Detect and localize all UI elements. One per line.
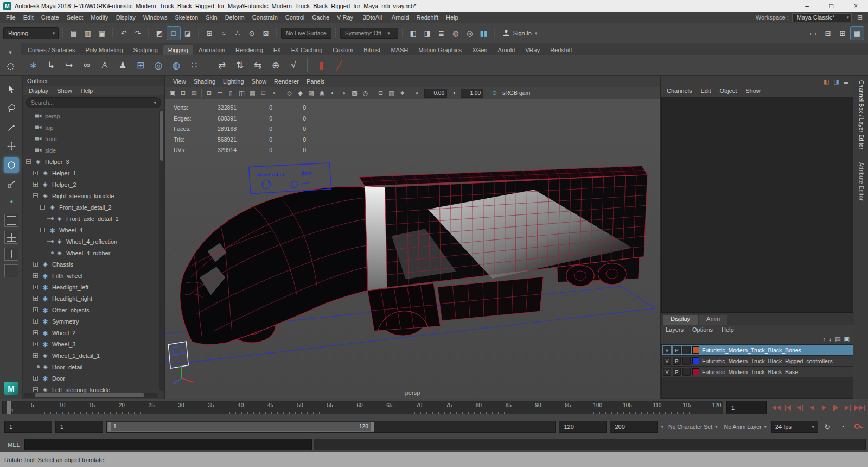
select-tool[interactable] — [4, 81, 19, 97]
layer-row[interactable]: VPFuturistic_Modern_Truck_Black_Bones — [662, 345, 853, 356]
layout-outliner-persp[interactable] — [4, 264, 18, 277]
snap-curve-icon[interactable]: ≈ — [217, 27, 230, 40]
layer-playback-toggle[interactable]: P — [673, 346, 681, 354]
go-to-end-button[interactable] — [854, 402, 865, 414]
layer-editor-tab-display[interactable]: Display — [663, 315, 698, 325]
menu-arnold[interactable]: Arnold — [388, 12, 413, 23]
menu-control[interactable]: Control — [282, 12, 308, 23]
collapse-expander-icon[interactable]: − — [40, 228, 45, 232]
shadows-icon[interactable]: ◐ — [328, 88, 338, 98]
outliner-item-front-axle-detail-2[interactable]: −◈Front_axle_detail_2 — [25, 201, 164, 213]
collapse-expander-icon[interactable]: − — [33, 193, 38, 198]
menu-skin[interactable]: Skin — [202, 12, 221, 23]
shelf-tab-fx[interactable]: FX — [269, 45, 286, 55]
layer-color-swatch[interactable] — [692, 368, 699, 375]
ik-spline-tool-icon[interactable]: ↪ — [61, 57, 77, 73]
shelf-settings-gear-icon[interactable] — [7, 63, 14, 70]
exposure-field[interactable]: 0.00 — [424, 89, 447, 98]
scale-tool[interactable] — [4, 176, 19, 192]
live-surface-field[interactable]: No Live Surface — [281, 28, 331, 39]
shelf-menu-icon[interactable]: ▾ — [9, 49, 12, 56]
rotate-tool[interactable] — [4, 157, 19, 173]
hypershade-icon[interactable]: ◍ — [449, 27, 462, 40]
field-chart-icon[interactable]: ▦ — [247, 88, 258, 98]
command-input[interactable] — [24, 439, 312, 450]
joint-tool-icon[interactable]: ∗ — [25, 57, 41, 73]
fps-selector[interactable]: 24 fps ▾ — [771, 421, 818, 433]
set-driven-key-icon[interactable]: ⇄ — [214, 57, 230, 73]
viewport-menu-shading[interactable]: Shading — [190, 78, 219, 85]
door-control-label[interactable]: door — [301, 170, 312, 176]
menu-display[interactable]: Display — [112, 12, 139, 23]
xray-icon[interactable]: ▥ — [386, 88, 397, 98]
layer-color-swatch[interactable] — [692, 346, 699, 354]
outliner-menu-display[interactable]: Display — [25, 87, 52, 94]
channel-manip-icon[interactable]: ◧ — [824, 78, 829, 85]
playback-range-bar[interactable]: 1 120 — [107, 422, 374, 432]
step-back-key-button[interactable] — [795, 402, 805, 414]
open-scene-icon[interactable]: ▥ — [81, 27, 94, 40]
anim-layer-selector[interactable]: No Anim Layer ▾ — [723, 424, 768, 430]
select-component-icon[interactable]: ◪ — [181, 27, 194, 40]
expand-expander-icon[interactable]: + — [33, 296, 38, 301]
outliner-item-headlight-left[interactable]: +∗Headlight_left — [25, 281, 164, 293]
shelf-tab-rigging[interactable]: Rigging — [163, 45, 193, 55]
muscle-builder-icon[interactable]: ▮ — [313, 57, 329, 73]
layer-color-swatch[interactable] — [692, 357, 699, 364]
cluster-icon[interactable]: ∷ — [186, 57, 202, 73]
outliner-item-wheel-4-rubber[interactable]: ◈Wheel_4_rubber — [25, 247, 164, 258]
go-to-start-button[interactable] — [771, 402, 781, 414]
new-scene-icon[interactable]: ▤ — [67, 27, 80, 40]
wireframe-icon[interactable]: ◇ — [284, 88, 295, 98]
snap-time-icon[interactable]: ◔ — [837, 421, 848, 433]
channel-hyperbolic-icon[interactable]: ≣ — [844, 78, 848, 85]
shelf-tab-animation[interactable]: Animation — [194, 45, 230, 55]
outliner-search-input[interactable] — [31, 99, 154, 106]
outliner-horizontal-scrollbar[interactable] — [24, 393, 158, 398]
shelf-tab-motion-graphics[interactable]: Motion Graphics — [413, 45, 467, 55]
scrollbar-thumb[interactable] — [35, 393, 145, 397]
outliner-item-chassis[interactable]: +◈Chassis — [25, 258, 164, 270]
layer-row[interactable]: VPFuturistic_Modern_Truck_Black_Rigged_c… — [662, 356, 853, 367]
soft-mod-icon[interactable]: ◍ — [168, 57, 184, 73]
expand-expander-icon[interactable]: + — [33, 285, 38, 289]
shelf-tab-custom[interactable]: Custom — [328, 45, 358, 55]
wheel-rotate-control-label[interactable]: wheel rotate — [256, 172, 285, 178]
auto-keyframe-icon[interactable] — [852, 421, 864, 433]
playback-end-field[interactable]: 120 — [559, 421, 607, 433]
shelf-tab-fx-caching[interactable]: FX Caching — [286, 45, 327, 55]
ipr-render-icon[interactable]: ◨ — [421, 27, 434, 40]
layer-display-type-toggle[interactable] — [682, 357, 691, 365]
current-frame-field[interactable]: 1 — [726, 401, 767, 414]
paint-select-tool[interactable] — [4, 119, 19, 135]
menu-edit[interactable]: Edit — [20, 12, 37, 23]
snap-grid-icon[interactable]: ⊞ — [203, 27, 216, 40]
ao-icon[interactable]: ◑ — [339, 88, 349, 98]
modeling-toolkit-icon[interactable]: ▦ — [851, 27, 864, 40]
outliner-item-top[interactable]: top — [25, 122, 164, 133]
connect-joint-icon[interactable]: ∞ — [79, 57, 95, 73]
gamma-field[interactable]: 1.00 — [461, 89, 483, 98]
expand-expander-icon[interactable]: + — [33, 342, 38, 346]
new-layer-from-selected-icon[interactable]: ▣ — [844, 336, 850, 343]
save-scene-icon[interactable]: ▣ — [95, 27, 108, 40]
exposure-icon[interactable]: ◐ — [412, 88, 423, 98]
wrap-deformer-icon[interactable]: ◎ — [150, 57, 167, 73]
layer-editor-tab-anim[interactable]: Anim — [699, 315, 727, 325]
outliner-item-helper-3[interactable]: −◈Helper_3 — [25, 156, 164, 167]
sidebar-tab-channel-box-layer-editor[interactable]: Channel Box / Layer Editor — [858, 80, 864, 149]
outliner-item-helper-1[interactable]: +◈Helper_1 — [25, 167, 164, 179]
outliner-item-wheel-1-detail-1[interactable]: +◈Wheel_1_detail_1 — [25, 350, 164, 361]
constraint-icon[interactable]: ⊕ — [267, 57, 284, 73]
outliner-item-wheel-3[interactable]: +∗Wheel_3 — [25, 338, 164, 350]
layer-display-type-toggle[interactable] — [682, 368, 691, 376]
render-frame-icon[interactable]: ◧ — [407, 27, 420, 40]
snap-view-plane-icon[interactable]: ⊠ — [259, 27, 272, 40]
outliner-item-wheel-4-reflection[interactable]: ◈Wheel_4_reflection — [25, 236, 164, 247]
resolution-gate-icon[interactable]: ▯ — [226, 88, 236, 98]
select-object-icon[interactable]: □ — [167, 27, 180, 40]
new-empty-layer-icon[interactable]: ▤ — [835, 336, 840, 343]
safe-action-icon[interactable]: □ — [258, 88, 269, 98]
scrollbar-thumb[interactable] — [160, 111, 163, 161]
camera-attributes-icon[interactable]: ▤ — [189, 88, 199, 98]
